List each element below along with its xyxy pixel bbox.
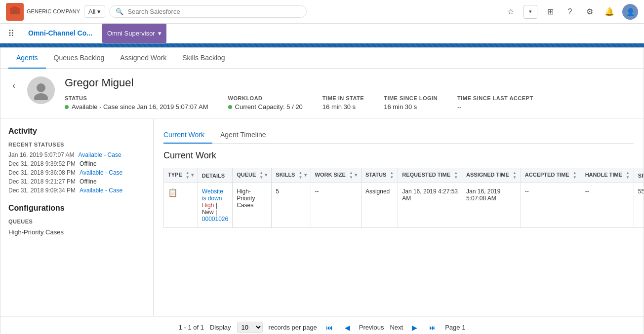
next-label: Next [390,324,403,331]
th-assigned-time[interactable]: ASSIGNED TIME ▲▼ [462,168,521,183]
th-accepted-time[interactable]: ACCEPTED TIME ▲▼ [521,168,581,183]
speed-to-answer-value: 55 min 44 s [638,188,644,195]
stat-workload: WORKLOAD Current Capacity: 5 / 20 [228,95,303,111]
assigned-time-value: Jan 16, 2019 5:07:08 AM [466,188,500,202]
logo-text: GENERIC COMPANY [27,8,80,15]
status-text: Available - Case [80,169,122,176]
workload-green-dot [228,105,232,109]
help-icon[interactable]: ? [563,5,577,19]
status-text: Available - Case since Jan 16, 2019 5:07… [72,103,208,111]
th-requested-time[interactable]: REQUESTED TIME ▲▼ [398,168,462,183]
filter-icon[interactable]: ▾ [265,172,267,178]
logo-area: GENERIC COMPANY [6,3,80,21]
queues-label: QUEUES [8,219,145,224]
app-grid-icon[interactable]: ⠿ [4,24,18,43]
decorative-banner [0,43,644,47]
filter-label: All [88,8,95,15]
recent-statuses-label: RECENT STATUSES [8,142,145,148]
status-date: Dec 31, 2018 9:39:52 PM [8,160,76,167]
next-page-button[interactable]: ▶ [409,323,420,333]
status-text: Available - Case [78,151,121,158]
details-id-link[interactable]: 00001026 [202,216,228,223]
stat-time-since-login: TIME SINCE LOGIN 16 min 30 s [384,95,438,111]
status-value: Assigned [365,188,390,195]
sort-icon[interactable]: ▲▼ [349,171,353,180]
list-item: Dec 31, 2018 9:09:34 PM Available - Case [8,187,145,194]
requested-time-value: Jan 16, 2019 4:27:53 AM [402,188,458,202]
back-button[interactable]: ‹ [10,78,17,93]
sort-icon[interactable]: ▲▼ [513,171,517,180]
filter-icon[interactable]: ▾ [304,172,307,178]
main-tabs: Agents Queues Backlog Assigned Work Skil… [0,48,644,69]
search-input[interactable] [127,8,300,15]
sort-icon[interactable]: ▲▼ [299,171,303,180]
status-date: Jan 16, 2019 5:07:07 AM [8,151,74,158]
top-navigation: GENERIC COMPANY All ▾ 🔍 ☆ ▾ ⊞ ? ⚙ 🔔 👤 [0,0,644,24]
sort-icon[interactable]: ▲▼ [186,171,190,180]
time-since-last-accept-label: TIME SINCE LAST ACCEPT [457,95,533,101]
th-work-size[interactable]: WORK SIZE ▲▼ ▾ [311,168,361,183]
filter-icon[interactable]: ▾ [191,172,194,178]
time-since-login-value: 16 min 30 s [384,103,438,111]
tab-agents[interactable]: Agents [8,48,46,69]
sort-icon[interactable]: ▲▼ [573,171,577,180]
favorites-dropdown-icon[interactable]: ▾ [523,5,537,19]
tab-agent-timeline[interactable]: Agent Timeline [212,127,274,143]
cell-handle-time: -- [581,183,634,228]
last-page-button[interactable]: ⏭ [426,323,439,333]
user-avatar[interactable]: 👤 [622,4,638,20]
agent-header: ‹ Gregor Miguel STATUS Available - Case … [0,69,644,119]
details-title-link[interactable]: Website is down [202,188,223,202]
first-page-button[interactable]: ⏮ [323,323,336,333]
dropdown-chevron-icon: ▾ [158,30,161,37]
time-in-state-label: TIME IN STATE [322,95,364,101]
records-per-page-label: records per page [269,324,317,331]
th-details[interactable]: DETAILS [198,168,232,183]
favorites-icon[interactable]: ☆ [504,5,518,19]
th-type[interactable]: TYPE ▲▼ ▾ [164,168,198,183]
status-date: Dec 31, 2018 9:09:34 PM [8,187,76,194]
plus-icon[interactable]: ⊞ [543,5,557,19]
per-page-select[interactable]: 10 25 50 100 [237,322,263,333]
th-handle-time[interactable]: HANDLE TIME ▲▼ [581,168,634,183]
workload-text: Current Capacity: 5 / 20 [235,103,303,111]
app-tabs-bar: ⠿ Omni-Channel Co... Omni Supervisor ▾ [0,24,644,43]
filter-icon[interactable]: ▾ [355,172,357,178]
case-type-icon: 📋 [168,188,178,197]
stat-time-since-last-accept: TIME SINCE LAST ACCEPT -- [457,95,533,111]
queue-value: High-Priority Cases [237,188,255,209]
display-label: Display [210,324,231,331]
sort-icon[interactable]: ▲▼ [390,171,394,180]
handle-time-value: -- [585,188,589,195]
sort-icon[interactable]: ▲▼ [259,171,263,180]
sort-icon[interactable]: ▲▼ [626,171,630,180]
company-logo [6,3,24,21]
tab-current-work[interactable]: Current Work [163,127,212,144]
status-date: Dec 31, 2018 9:21:27 PM [8,178,76,185]
filter-chevron-icon: ▾ [97,8,101,15]
previous-page-button[interactable]: ◀ [342,323,353,333]
global-search-bar[interactable]: 🔍 [109,5,307,18]
th-skills[interactable]: SKILLS ▲▼ ▾ [272,168,311,183]
th-speed-to-answer[interactable]: SPEED TO ANSWER [634,168,644,183]
setup-icon[interactable]: ⚙ [583,5,597,19]
search-filter-dropdown[interactable]: All ▾ [84,5,105,18]
cell-requested-time: Jan 16, 2019 4:27:53 AM [398,183,462,228]
tab-assigned-work[interactable]: Assigned Work [112,48,174,69]
sort-icon[interactable]: ▲▼ [454,171,458,180]
app-tab-omni-channel[interactable]: Omni-Channel Co... [20,24,100,43]
th-queue[interactable]: QUEUE ▲▼ ▾ [233,168,272,183]
tab-skills-backlog[interactable]: Skills Backlog [174,48,233,69]
agent-name: Gregor Miguel [65,76,533,89]
list-item: Dec 31, 2018 9:39:52 PM Offline [8,160,145,167]
omni-supervisor-tab[interactable]: Omni Supervisor ▾ [102,24,166,43]
recent-statuses-list: Jan 16, 2019 5:07:07 AM Available - Case… [8,151,145,194]
th-status[interactable]: STATUS ▲▼ [361,168,398,183]
svg-rect-2 [12,10,17,14]
workload-label: WORKLOAD [228,95,303,101]
status-text: Offline [80,160,96,167]
table-row: 📋 Website is down High | New | 00001026 [164,183,644,228]
tab-queues-backlog[interactable]: Queues Backlog [46,48,113,69]
notification-icon[interactable]: 🔔 [603,5,616,19]
list-item: Dec 31, 2018 9:36:08 PM Available - Case [8,169,145,176]
